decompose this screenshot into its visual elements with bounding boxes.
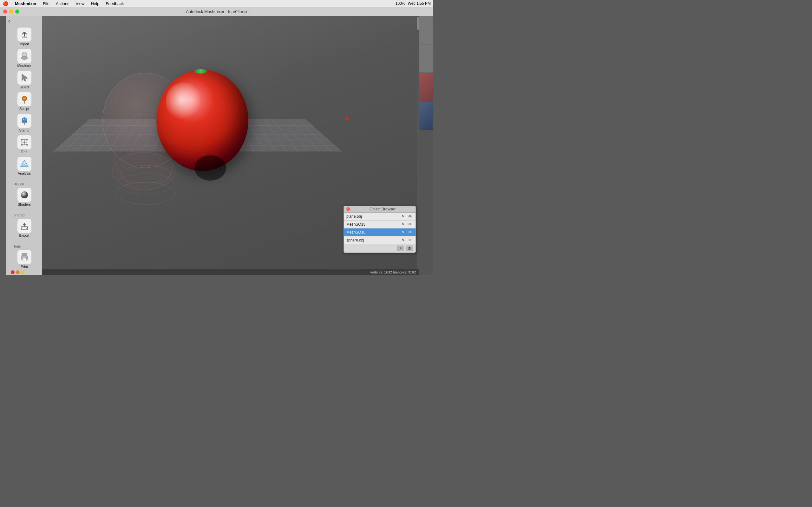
photo-strip-item-1 [419, 16, 433, 44]
svg-point-21 [21, 144, 22, 146]
menu-file[interactable]: File [42, 1, 51, 6]
edit-label: Edit [21, 150, 27, 154]
svg-rect-10 [24, 101, 25, 104]
shared-section-label: Shared [13, 213, 24, 217]
photo-strip-item-4 [419, 101, 433, 130]
sidebar-tool-stamp[interactable]: Stamp [14, 112, 35, 133]
sidebar-tool-export[interactable]: Export [14, 218, 35, 239]
svg-point-20 [26, 139, 28, 141]
menubar-right: 100% Wed 1:55 PM [396, 1, 431, 6]
sidebar-tool-shaders[interactable]: Shaders [14, 187, 35, 208]
ob-titlebar: Object Browser [344, 206, 415, 213]
sculpt-icon [17, 92, 32, 106]
ob-delete-button[interactable]: 🗑 [406, 245, 413, 251]
ob-row-meshso16[interactable]: MeshSO16 ✎ 👁 [344, 228, 415, 236]
svg-point-27 [21, 191, 28, 199]
meshmix-icon [17, 49, 32, 63]
main-sphere [156, 70, 248, 171]
svg-rect-15 [24, 123, 25, 124]
app-menu-meshmixer[interactable]: Meshmixer [14, 1, 38, 6]
meshmix-label: Meshmix [17, 64, 31, 67]
svg-point-19 [21, 139, 22, 141]
print-label: Print [20, 265, 28, 268]
svg-marker-30 [22, 223, 26, 225]
sidebar-tool-select[interactable]: Select [14, 69, 35, 90]
sidebar-tool-edit[interactable]: Edit [14, 134, 35, 155]
menu-feedback[interactable]: Feedback [104, 1, 125, 6]
ob-row-meshso13[interactable]: MeshSO13 ✎ 👁 [344, 221, 415, 228]
sidebar-tool-meshmix[interactable]: Meshmix [14, 48, 35, 69]
tag-dot-orange [16, 270, 20, 274]
svg-marker-7 [22, 74, 28, 81]
scrollbar-track [417, 16, 419, 275]
status-text: vertices: 1632 triangles: 3162 [370, 270, 416, 274]
menu-help[interactable]: Help [90, 1, 101, 6]
ob-visibility-icon-meshso13[interactable]: 👁 [407, 222, 413, 227]
analysis-icon [17, 157, 32, 171]
ob-row-plane[interactable]: plane.obj ✎ 👁 [344, 213, 415, 221]
scrollbar-thumb[interactable] [417, 17, 419, 30]
ob-visibility-icon-plane[interactable]: 👁 [407, 214, 413, 219]
select-icon [17, 71, 32, 84]
ob-visibility-icon-meshso16[interactable]: 👁 [407, 229, 413, 235]
ob-title: Object Browser [352, 207, 413, 211]
sphere-dark [194, 155, 226, 181]
tag-dot-yellow [21, 270, 25, 274]
photo-strip-item-2 [419, 44, 433, 73]
clock: Wed 1:55 PM [408, 1, 431, 6]
svg-marker-25 [23, 163, 26, 165]
ob-visibility-open-icon-sphere[interactable]: 👁 [407, 237, 413, 243]
analysis-label: Analysis [18, 171, 31, 175]
sidebar-tool-sculpt[interactable]: Sculpt [14, 91, 35, 112]
sidebar-back-button[interactable]: ‹ [8, 18, 10, 24]
shaders-icon [17, 188, 32, 202]
menu-view[interactable]: View [74, 1, 86, 6]
maximize-button[interactable] [15, 9, 19, 14]
ghost-bottom [112, 152, 175, 190]
sphere-cap [194, 69, 207, 73]
ob-footer: ⎘ 🗑 [344, 244, 415, 252]
ob-close-button[interactable] [346, 207, 350, 211]
battery-status: 100% [396, 1, 405, 6]
svg-rect-35 [26, 257, 27, 258]
devices-section-label: Device [13, 182, 24, 186]
import-icon [17, 27, 32, 42]
sphere-highlight [166, 82, 201, 120]
ob-row-sphere[interactable]: sphere.obj ✎ 👁 [344, 236, 415, 244]
titlebar: Autodesk Meshmixer - fear04.mix [0, 7, 433, 16]
sidebar-tool-analysis[interactable]: Analysis [14, 156, 35, 176]
ob-edit-icon-plane[interactable]: ✎ [400, 214, 406, 219]
minimize-button[interactable] [9, 9, 13, 14]
svg-point-22 [26, 144, 28, 146]
ob-edit-icon-sphere[interactable]: ✎ [400, 237, 406, 243]
ob-edit-icon-meshso13[interactable]: ✎ [400, 222, 406, 227]
apple-menu[interactable]: 🍎 [3, 1, 9, 6]
ob-edit-icon-meshso16[interactable]: ✎ [400, 229, 406, 235]
ob-row-name-meshso16: MeshSO16 [346, 230, 399, 234]
stamp-icon [17, 114, 32, 128]
svg-point-5 [22, 52, 26, 57]
svg-point-6 [21, 56, 28, 60]
window-controls [3, 9, 19, 14]
menu-actions[interactable]: Actions [55, 1, 71, 6]
window-title: Autodesk Meshmixer - fear04.mix [186, 9, 247, 14]
svg-rect-34 [22, 258, 26, 261]
status-bar: vertices: 1632 triangles: 3162 [42, 269, 419, 275]
sidebar-tool-import[interactable]: Import [14, 26, 35, 47]
shaders-label: Shaders [18, 203, 31, 206]
ob-row-name-meshso13: MeshSO13 [346, 222, 399, 227]
ob-duplicate-button[interactable]: ⎘ [397, 245, 404, 251]
close-button[interactable] [3, 9, 7, 14]
menubar: 🍎 Meshmixer File Actions View Help Feedb… [0, 0, 433, 7]
print-icon [17, 250, 32, 264]
tags-section-label: Tags [13, 244, 20, 248]
ob-row-name-sphere: sphere.obj [346, 238, 399, 242]
export-label: Export [19, 233, 30, 237]
import-label: Import [19, 42, 29, 46]
select-label: Select [19, 85, 29, 89]
sidebar-tool-print[interactable]: Print [14, 249, 35, 270]
left-sidebar: ‹ Import Meshmix [6, 16, 42, 275]
svg-point-11 [22, 118, 27, 123]
ob-row-name-plane: plane.obj [346, 214, 399, 219]
svg-point-9 [23, 97, 26, 100]
